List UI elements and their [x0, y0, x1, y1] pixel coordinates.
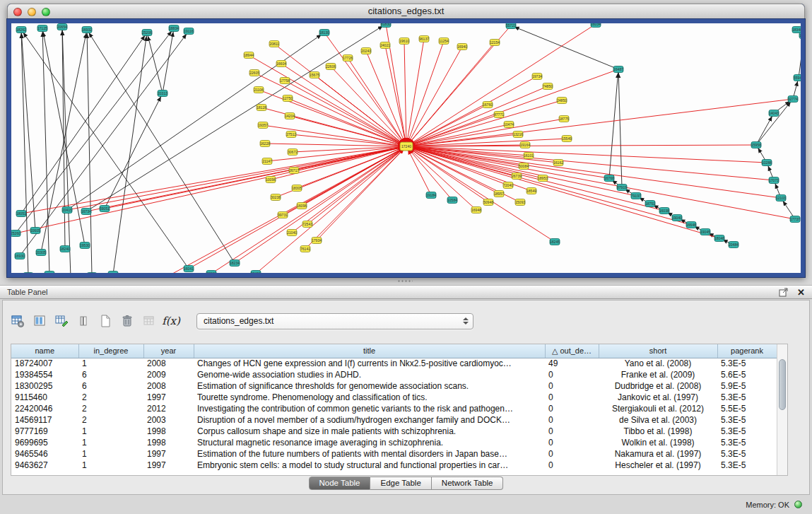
table-cell[interactable]: de Silva et al. (2003) [599, 414, 717, 426]
table-cell[interactable]: 1998 [143, 437, 194, 448]
table-cell[interactable]: 2008 [143, 380, 194, 392]
tab-edge-table[interactable]: Edge Table [370, 477, 431, 490]
table-scrollbar-thumb[interactable] [779, 359, 786, 410]
attribute-table[interactable]: namein_degreeyeartitle△ out_de…shortpage… [11, 344, 777, 471]
network-window[interactable]: citations_edges.txt 17240208111894416604… [7, 4, 805, 277]
show-columns-icon[interactable] [32, 313, 47, 329]
table-cell[interactable]: 9777169 [11, 426, 78, 437]
minimize-window-button[interactable] [28, 8, 36, 16]
table-cell[interactable]: 49 [545, 358, 599, 369]
function-builder-icon[interactable]: f(x) [163, 313, 179, 329]
table-cell[interactable]: 5.3E-5 [717, 460, 777, 471]
table-cell[interactable]: 2008 [143, 358, 194, 369]
panel-splitter[interactable] [0, 277, 812, 285]
table-cell[interactable]: Estimation of significance thresholds fo… [194, 380, 545, 392]
table-cell[interactable]: Nakamura et al. (1997) [599, 448, 717, 460]
table-cell[interactable]: 0 [545, 460, 599, 471]
show-rows-icon[interactable] [76, 313, 91, 329]
table-cell[interactable]: Yano et al. (2008) [599, 358, 717, 369]
table-cell[interactable]: Disruption of a novel member of a sodium… [194, 414, 545, 426]
table-cell[interactable]: 1997 [143, 448, 194, 460]
table-cell[interactable]: Structural magnetic resonance image aver… [194, 437, 545, 448]
table-cell[interactable]: 0 [545, 437, 599, 448]
table-cell[interactable]: Genome-wide association studies in ADHD. [194, 369, 545, 380]
table-row[interactable]: 946362711997Embryonic stem cells: a mode… [11, 460, 777, 471]
table-cell[interactable]: Investigating the contribution of common… [194, 403, 545, 414]
table-cell[interactable]: Dudbridge et al. (2008) [599, 380, 717, 392]
splitter-grip-icon[interactable] [397, 279, 413, 283]
table-cell[interactable]: 1 [78, 426, 143, 437]
table-cell[interactable]: 5.9E-5 [717, 380, 777, 392]
table-cell[interactable]: 2003 [143, 414, 194, 426]
table-cell[interactable]: Jankovic et al. (1997) [599, 392, 717, 403]
network-graph-canvas[interactable]: 1724020811189441660422605177582110612750… [11, 23, 801, 273]
table-cell[interactable]: Corpus callosum shape and size in male p… [194, 426, 545, 437]
table-cell[interactable]: 22420046 [11, 403, 78, 414]
table-row[interactable]: 1938455462009Genome-wide association stu… [11, 369, 777, 380]
table-cell[interactable]: Tibbo et al. (1998) [599, 426, 717, 437]
table-cell[interactable]: 9115460 [11, 392, 78, 403]
column-header-outde[interactable]: △ out_de… [545, 344, 599, 358]
float-panel-icon[interactable] [779, 287, 789, 297]
table-cell[interactable]: Wolkin et al. (1998) [599, 437, 717, 448]
table-cell[interactable]: 6 [78, 380, 143, 392]
table-cell[interactable]: 1 [78, 448, 143, 460]
table-row[interactable]: 977716911998Corpus callosum shape and si… [11, 426, 777, 437]
table-row[interactable]: 1872400712008Changes of HCN gene express… [11, 358, 777, 369]
table-cell[interactable]: 1 [78, 437, 143, 448]
tab-network-table[interactable]: Network Table [432, 477, 504, 490]
table-cell[interactable]: 0 [545, 369, 599, 380]
table-cell[interactable]: 5.3E-5 [717, 358, 777, 369]
create-table-icon[interactable] [98, 313, 113, 329]
network-window-titlebar[interactable]: citations_edges.txt [7, 4, 805, 19]
close-window-button[interactable] [13, 8, 22, 16]
column-header-title[interactable]: title [194, 344, 545, 358]
table-cell[interactable]: Changes of HCN gene expression and I(f) … [194, 358, 545, 369]
table-row[interactable]: 946554611997Estimation of the future num… [11, 448, 777, 460]
table-cell[interactable]: 2 [78, 414, 143, 426]
close-panel-icon[interactable]: ✕ [797, 287, 805, 298]
table-row[interactable]: 2242004622012Investigating the contribut… [11, 403, 777, 414]
table-cell[interactable]: 5.6E-5 [717, 369, 777, 380]
table-cell[interactable]: 6 [78, 369, 143, 380]
table-cell[interactable]: Stergiakouli et al. (2012) [599, 403, 717, 414]
table-cell[interactable]: 1998 [143, 426, 194, 437]
column-header-year[interactable]: year [143, 344, 194, 358]
table-cell[interactable]: 9463627 [11, 460, 78, 471]
tab-node-table[interactable]: Node Table [309, 477, 371, 490]
table-cell[interactable]: 9699695 [11, 437, 78, 448]
import-table-icon[interactable] [141, 313, 157, 329]
table-cell[interactable]: 1 [78, 460, 143, 471]
table-cell[interactable]: Estimation of the future numbers of pati… [194, 448, 545, 460]
table-cell[interactable]: 1997 [143, 392, 194, 403]
table-row[interactable]: 969969511998Structural magnetic resonanc… [11, 437, 777, 448]
column-header-short[interactable]: short [599, 344, 717, 358]
table-cell[interactable]: 5.3E-5 [717, 414, 777, 426]
table-cell[interactable]: 0 [545, 380, 599, 392]
table-cell[interactable]: 9465546 [11, 448, 78, 460]
table-cell[interactable]: 2009 [143, 369, 194, 380]
table-settings-icon[interactable] [10, 313, 25, 329]
edit-table-icon[interactable] [54, 313, 69, 329]
table-cell[interactable]: 18724007 [11, 358, 78, 369]
table-cell[interactable]: 2012 [143, 403, 194, 414]
table-cell[interactable]: Hescheler et al. (1997) [599, 460, 717, 471]
table-row[interactable]: 911546021997Tourette syndrome. Phenomeno… [11, 392, 777, 403]
table-cell[interactable]: Franke et al. (2009) [599, 369, 717, 380]
table-source-select[interactable]: citations_edges.txt [196, 313, 473, 329]
table-cell[interactable]: 0 [545, 426, 599, 437]
table-cell[interactable]: 2 [78, 403, 143, 414]
table-cell[interactable]: 0 [545, 403, 599, 414]
table-cell[interactable]: 5.3E-5 [717, 448, 777, 460]
column-header-name[interactable]: name [11, 344, 78, 358]
table-cell[interactable]: 14569117 [11, 414, 78, 426]
table-cell[interactable]: 1 [78, 358, 143, 369]
table-cell[interactable]: 0 [545, 448, 599, 460]
table-cell[interactable]: Tourette syndrome. Phenomenology and cla… [194, 392, 545, 403]
table-row[interactable]: 1456911722003Disruption of a novel membe… [11, 414, 777, 426]
table-cell[interactable]: 19384554 [11, 369, 78, 380]
table-cell[interactable]: 0 [545, 392, 599, 403]
table-cell[interactable]: 5.3E-5 [717, 392, 777, 403]
table-cell[interactable]: 1997 [143, 460, 194, 471]
column-header-indegree[interactable]: in_degree [78, 344, 143, 358]
